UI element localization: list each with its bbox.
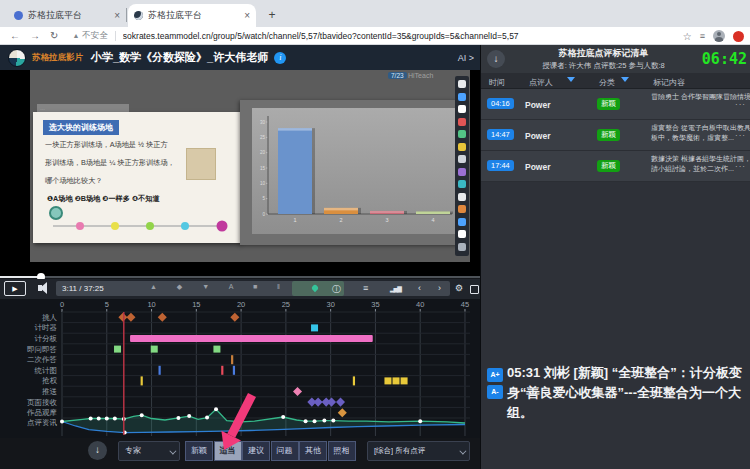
col-category[interactable]: 分类 <box>599 77 615 88</box>
svg-text:5: 5 <box>105 300 109 309</box>
forward-icon[interactable]: → <box>30 30 40 41</box>
mark-row[interactable]: 04:16Power新颖冒險勇士 合作學習團隊冒險情境化設計。··· <box>481 89 750 120</box>
hiteach-tool-icon[interactable] <box>458 93 466 101</box>
svg-text:10: 10 <box>147 300 155 309</box>
security-chip[interactable]: ▲不安全 <box>72 30 107 42</box>
settings-gear-icon[interactable]: ⚙ <box>455 283 463 293</box>
panel-collapse-button[interactable]: ↓ <box>487 50 505 68</box>
profile-avatar[interactable] <box>713 30 725 42</box>
col-reviewer[interactable]: 点评人 <box>529 77 553 88</box>
mark-list: 04:16Power新颖冒險勇士 合作學習團隊冒險情境化設計。···14:47P… <box>481 89 750 182</box>
row-more-icon[interactable]: ··· <box>735 131 746 140</box>
hiteach-tool-icon[interactable] <box>458 168 466 176</box>
ai-panel-handle[interactable]: AI > <box>458 53 474 63</box>
tag-button-6[interactable]: 照相 <box>328 441 356 461</box>
previous-icon[interactable]: ‹ <box>418 283 421 293</box>
hiteach-tool-icon[interactable] <box>458 80 466 88</box>
hiteach-toolbar[interactable] <box>455 76 469 256</box>
hiteach-tool-icon[interactable] <box>458 155 466 163</box>
duration: 37:25 <box>84 284 104 293</box>
filter-funnel-icon[interactable] <box>621 77 629 82</box>
data-point-dot <box>205 416 209 420</box>
svg-text:15: 15 <box>192 300 200 309</box>
chart-icon[interactable]: ▂▅▇ <box>390 285 401 292</box>
map-pin-icon <box>311 284 319 292</box>
mark-category-badge: 新颖 <box>597 98 620 110</box>
playlist-icon[interactable]: ≡ <box>363 283 368 293</box>
volume-icon[interactable] <box>38 285 42 291</box>
row-more-icon[interactable]: ··· <box>735 100 746 109</box>
hiteach-tool-icon[interactable] <box>458 180 466 188</box>
tab-close-icon[interactable]: × <box>114 10 120 21</box>
collapse-button[interactable]: ↓ <box>88 441 107 460</box>
svg-text:5: 5 <box>262 196 265 201</box>
hiteach-tool-icon[interactable] <box>458 105 466 113</box>
timeline-mark <box>158 313 167 322</box>
hiteach-tool-icon[interactable] <box>458 130 466 138</box>
timeline-mark <box>221 366 223 375</box>
mark-time-badge[interactable]: 17:44 <box>487 160 514 171</box>
browser-tab-2-active[interactable]: 苏格拉底平台 × <box>128 4 256 27</box>
fullscreen-icon[interactable] <box>470 285 479 294</box>
tab-close-icon[interactable]: × <box>244 10 250 21</box>
info-icon[interactable]: i <box>274 52 286 64</box>
mark-reviewer: Power <box>525 131 551 141</box>
data-point-dot <box>105 417 109 421</box>
hiteach-tool-icon[interactable] <box>458 243 466 251</box>
bookmark-star-icon[interactable]: ☆ <box>683 31 692 42</box>
slide-title: 选大块的训练场地 <box>43 120 119 135</box>
video-progress-track[interactable] <box>0 276 480 278</box>
mark-time-badge[interactable]: 04:16 <box>487 98 514 109</box>
tag-button-1[interactable]: 新颖 <box>185 441 213 461</box>
timeline-row-label: 即问即答 <box>27 345 57 354</box>
profile-update-icon[interactable] <box>733 31 744 42</box>
data-point-dot <box>60 420 64 424</box>
mark-time-badge[interactable]: 14:47 <box>487 129 514 140</box>
scope-filter-dropdown[interactable]: [综合] 所有点评 <box>367 441 470 461</box>
next-icon[interactable]: › <box>438 283 441 293</box>
timeline-duration-bar <box>130 335 373 342</box>
tag-button-2[interactable]: 适当 <box>214 441 242 461</box>
hiteach-tool-icon[interactable] <box>458 193 466 201</box>
timeline-mark <box>230 313 239 322</box>
hiteach-watermark: HiTeach <box>408 72 433 79</box>
mark-row[interactable]: 17:44Power新颖數據決策 根據各組學生統計圖，老師決定請小組討論，並於二… <box>481 151 750 182</box>
hiteach-tool-icon[interactable] <box>458 205 466 213</box>
panel-header: ↓ 苏格拉底点评标记清单 授课者: 许大伟 点评数:25 参与人数:8 06:4… <box>481 45 750 73</box>
hiteach-tool-icon[interactable] <box>458 118 466 126</box>
font-increase-button[interactable]: A+ <box>487 368 503 382</box>
tag-button-3[interactable]: 建议 <box>242 441 270 461</box>
tab-title: 苏格拉底平台 <box>28 9 110 22</box>
chart-plot-area: 0510152025301234 <box>252 108 456 234</box>
svg-text:10: 10 <box>260 181 266 186</box>
security-label: 不安全 <box>82 30 108 42</box>
tag-button-5[interactable]: 其他 <box>299 441 327 461</box>
reviewer-filter-dropdown[interactable]: 专家 <box>118 441 180 461</box>
url-text[interactable]: sokrates.teammodel.cn/group/5/watch/chan… <box>123 31 603 41</box>
timeline-mark <box>159 366 161 375</box>
time-display: 3:11 / 37:25 <box>62 284 104 293</box>
event-timeline-chart[interactable]: 051015202530354045挑人计时器计分板即问即答二次作答统计图抢权推… <box>0 299 480 438</box>
col-time: 时间 <box>489 77 505 88</box>
col-content: 标记内容 <box>653 77 685 88</box>
info-icon[interactable]: ⓘ <box>332 283 341 296</box>
hiteach-tool-icon[interactable] <box>458 230 466 238</box>
video-frame[interactable]: … 7/23 HiTeach 选大块的训练场地 一块正方形训练场，A场地是 ½ … <box>0 70 480 276</box>
tag-button-4[interactable]: 问题 <box>271 441 299 461</box>
reload-icon[interactable]: ↻ <box>50 30 58 41</box>
play-button[interactable]: ▶ <box>4 281 26 296</box>
side-panel-icon[interactable]: ≡ <box>700 31 705 41</box>
url-divider <box>115 31 116 41</box>
svg-text:30: 30 <box>260 120 266 125</box>
row-more-icon[interactable]: ··· <box>735 162 746 171</box>
browser-tab-1[interactable]: 苏格拉底平台 × <box>8 4 126 27</box>
back-icon[interactable]: ← <box>10 30 20 41</box>
table-header: 时间 点评人 分类 标记内容 <box>481 73 750 89</box>
hiteach-tool-icon[interactable] <box>458 218 466 226</box>
font-decrease-button[interactable]: A- <box>487 385 503 399</box>
mark-row[interactable]: 14:47Power新颖虛實整合 從電子白板中取出教具，貼到黑板中，教學魔術，虛… <box>481 120 750 151</box>
filter-funnel-icon[interactable] <box>567 77 575 82</box>
new-tab-button[interactable]: + <box>264 8 280 24</box>
hiteach-tool-icon[interactable] <box>458 143 466 151</box>
svg-text:20: 20 <box>237 300 245 309</box>
